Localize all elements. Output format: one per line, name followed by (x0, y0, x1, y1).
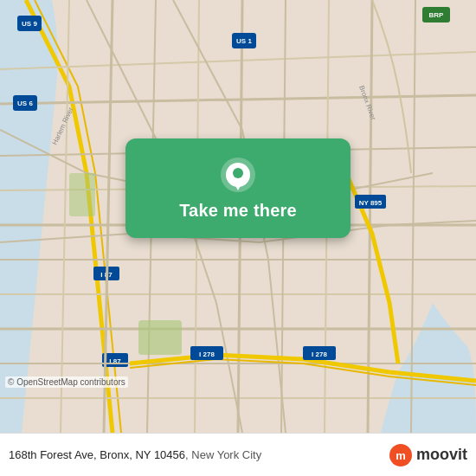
navigation-card[interactable]: Take me there (125, 138, 351, 238)
svg-text:m: m (396, 449, 406, 462)
svg-text:BRP: BRP (429, 11, 445, 19)
address-text: 168th Forest Ave, Bronx, NY 10456, New Y… (9, 448, 389, 461)
bottom-bar: 168th Forest Ave, Bronx, NY 10456, New Y… (0, 433, 476, 476)
location-pin-icon (219, 156, 257, 194)
address-city: , New York City (185, 448, 261, 461)
address-street: 168th Forest Ave, Bronx, NY 10456 (9, 448, 185, 461)
svg-text:I 278: I 278 (312, 351, 327, 358)
svg-rect-38 (138, 320, 182, 355)
svg-rect-39 (69, 173, 95, 216)
moovit-text: moovit (416, 446, 467, 464)
svg-text:NY 895: NY 895 (359, 199, 383, 207)
svg-text:US 9: US 9 (22, 20, 37, 28)
svg-text:US 6: US 6 (17, 100, 33, 107)
map-container: I 87 I 87 I 278 (0, 0, 476, 433)
take-me-there-button[interactable]: Take me there (179, 201, 297, 221)
copyright-text: © OpenStreetMap contributors (5, 376, 128, 388)
moovit-icon: m (389, 443, 413, 467)
moovit-logo: m moovit (389, 443, 467, 467)
svg-text:US 1: US 1 (236, 37, 252, 45)
svg-point-44 (233, 168, 243, 178)
svg-text:I 278: I 278 (199, 351, 215, 358)
